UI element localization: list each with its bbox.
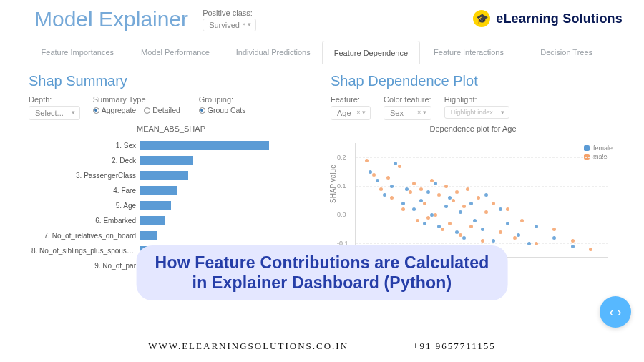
brand-header: 🎓 eLearning Solutions	[473, 10, 623, 27]
scatter-point	[401, 207, 405, 211]
bar-label: 1. Sex	[31, 142, 140, 150]
scatter-point	[517, 233, 520, 237]
scatter-point	[481, 239, 484, 243]
scatter-point	[412, 207, 416, 211]
tab-individual-predictions[interactable]: Individual Predictions	[224, 40, 322, 64]
scatter-point	[552, 236, 556, 240]
scatter-point	[527, 242, 531, 245]
scatter-point	[434, 182, 437, 185]
scatter-point	[386, 176, 390, 180]
scatter-point	[462, 236, 466, 240]
bar-row: 4. Fare	[31, 184, 313, 197]
grouping-label: Grouping:	[199, 95, 252, 104]
tab-feature-dependence[interactable]: Feature Dependence	[322, 41, 420, 64]
summary-aggregate-radio[interactable]: Aggregate	[93, 106, 136, 114]
color-feature-select[interactable]: Sex	[384, 106, 431, 120]
bar	[140, 141, 269, 150]
scatter-point	[452, 199, 455, 202]
scatter-point	[426, 190, 430, 194]
brand-name: eLearning Solutions	[496, 11, 623, 26]
tab-decision-trees[interactable]: Decision Trees	[517, 40, 615, 64]
scatter-point	[426, 216, 430, 220]
shap-summary-title: Shap Summary	[29, 73, 313, 89]
summary-type-label: Summary Type	[93, 95, 186, 104]
scatter-point	[492, 239, 495, 243]
bar-label: 4. Fare	[31, 187, 140, 195]
positive-class-select[interactable]: Survived	[203, 19, 256, 31]
scatter-point	[462, 205, 466, 208]
summary-detailed-radio[interactable]: Detailed	[144, 106, 180, 114]
positive-class-label: Positive class:	[203, 9, 256, 17]
color-feature-label: Color feature:	[384, 95, 431, 104]
tab-model-performance[interactable]: Model Performance	[127, 40, 225, 64]
scatter-point	[535, 225, 538, 228]
scatter-point	[484, 210, 488, 214]
scatter-point	[444, 205, 448, 208]
highlight-label: Highlight:	[444, 95, 509, 104]
scatter-point	[401, 202, 405, 205]
footer-phone: +91 9657711155	[413, 341, 496, 352]
feature-label: Feature:	[331, 95, 371, 104]
scatter-point	[459, 210, 462, 214]
bar	[140, 156, 193, 165]
bar-label: 7. No_of_relatives_on_board	[31, 232, 140, 240]
scatter-point	[441, 228, 444, 231]
scatter-point	[398, 165, 401, 168]
tab-feature-interactions[interactable]: Feature Interactions	[420, 40, 518, 64]
scatter-point	[379, 187, 383, 191]
grouping-radio[interactable]: Group Cats	[199, 106, 246, 114]
scatter-area: 0.20.10.0-0.1	[355, 143, 608, 258]
depth-select[interactable]: Select...	[29, 106, 80, 120]
bar-label: 8. No_of_siblings_plus_spouses_on_board	[31, 247, 140, 255]
scatter-point	[419, 199, 423, 202]
scatter-point	[481, 228, 484, 231]
shap-dependence-title: Shap Dependence Plot	[331, 73, 615, 89]
bar-row: 3. PassengerClass	[31, 169, 313, 182]
depth-label: Depth:	[29, 95, 80, 104]
scatter-point	[571, 239, 575, 243]
scatter-point	[520, 219, 524, 222]
bar-label: 2. Deck	[31, 157, 140, 165]
bar	[140, 171, 188, 180]
brand-logo-icon: 🎓	[473, 10, 490, 27]
scatter-point	[437, 225, 441, 228]
panels: Shap Summary Depth: Select... Summary Ty…	[0, 64, 644, 275]
scatter-point	[430, 179, 434, 182]
scatter-point	[416, 219, 419, 222]
scatter-point	[469, 202, 473, 205]
banner-line2: in Explainer Dashboard (Python)	[155, 273, 489, 293]
scatter-point	[372, 173, 376, 177]
scatter-point	[444, 185, 448, 188]
bar-label: 9. No_of_par	[31, 262, 140, 270]
code-fab-button[interactable]: ‹ ›	[600, 296, 631, 328]
tabs-bar: Feature Importances Model Performance In…	[29, 40, 615, 64]
bar-chart-title: MEAN_ABS_SHAP	[29, 124, 313, 133]
scatter-point	[571, 245, 575, 248]
bar-label: 3. PassengerClass	[31, 172, 140, 180]
scatter-point	[434, 213, 437, 217]
banner-line1: How Feature Contributions are Calculated	[155, 253, 489, 272]
bar-label: 6. Embarked	[31, 217, 140, 225]
scatter-point	[455, 190, 459, 194]
overlay-banner: How Feature Contributions are Calculated…	[137, 245, 508, 301]
scatter-ylabel: SHAP value	[329, 165, 337, 203]
scatter-point	[506, 207, 509, 211]
highlight-select[interactable]: Highlight index	[444, 106, 509, 119]
scatter-point	[499, 230, 502, 234]
feature-select[interactable]: Age	[331, 106, 371, 120]
scatter-point	[535, 242, 538, 245]
bar-row: 6. Embarked	[31, 214, 313, 227]
tab-feature-importances[interactable]: Feature Importances	[29, 40, 127, 64]
scatter-point	[448, 222, 452, 225]
bar	[140, 186, 177, 195]
scatter-point	[412, 182, 416, 185]
scatter-point	[383, 193, 386, 197]
scatter-point	[390, 185, 394, 188]
scatter-point	[484, 193, 488, 197]
scatter-point	[477, 196, 480, 200]
shap-summary-controls: Depth: Select... Summary Type Aggregate …	[29, 95, 313, 120]
scatter-point	[492, 202, 495, 205]
bar	[140, 216, 165, 225]
scatter-point	[589, 248, 592, 251]
summary-aggregate-text: Aggregate	[102, 106, 136, 114]
